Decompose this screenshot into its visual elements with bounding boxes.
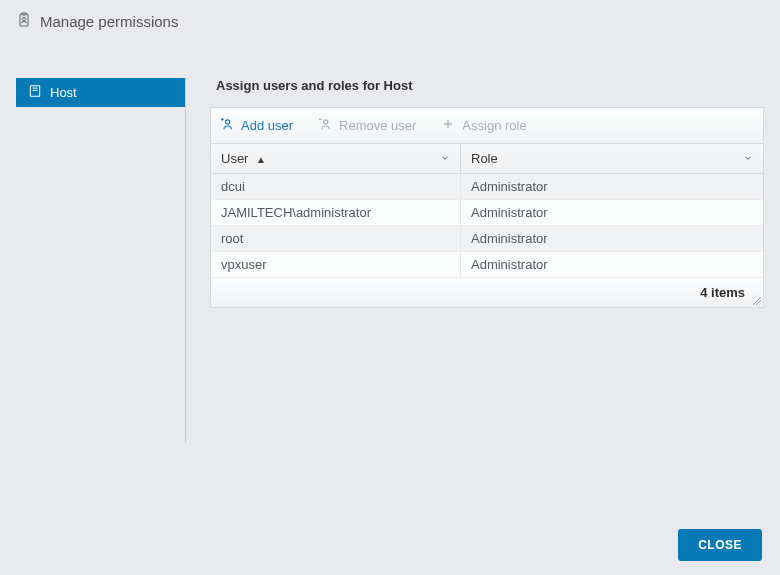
add-user-label: Add user [241, 118, 293, 133]
add-user-icon [219, 116, 235, 135]
cell-role: Administrator [461, 226, 763, 251]
permissions-grid: Add user Remove user [210, 107, 764, 308]
main-panel: Assign users and roles for Host Add [210, 78, 764, 515]
sort-asc-icon: ▲ [256, 154, 266, 165]
grid-toolbar: Add user Remove user [211, 108, 763, 144]
main-title: Assign users and roles for Host [210, 78, 764, 93]
column-role-label: Role [471, 151, 498, 166]
grid-footer: 4 items [211, 278, 763, 307]
sidebar: Host [16, 78, 186, 443]
assign-role-label: Assign role [462, 118, 526, 133]
column-user-label: User [221, 151, 248, 166]
cell-role: Administrator [461, 252, 763, 277]
svg-rect-3 [30, 86, 39, 97]
cell-user: JAMILTECH\administrator [211, 200, 461, 225]
cell-user: dcui [211, 174, 461, 199]
remove-user-button: Remove user [317, 116, 416, 135]
column-header-role[interactable]: Role [461, 144, 763, 173]
grid-body: dcui Administrator JAMILTECH\administrat… [211, 174, 763, 278]
manage-permissions-dialog: Manage permissions Host Assign users and… [0, 0, 780, 575]
table-row[interactable]: vpxuser Administrator [211, 252, 763, 278]
svg-point-6 [226, 120, 230, 124]
chevron-down-icon[interactable] [743, 151, 753, 166]
svg-point-2 [23, 17, 26, 20]
clipboard-user-icon [16, 12, 32, 31]
plus-icon [440, 116, 456, 135]
add-user-button[interactable]: Add user [219, 116, 293, 135]
assign-role-button: Assign role [440, 116, 526, 135]
svg-point-9 [324, 120, 328, 124]
dialog-body: Host Assign users and roles for Host [0, 43, 780, 515]
dialog-footer: CLOSE [0, 515, 780, 575]
table-row[interactable]: JAMILTECH\administrator Administrator [211, 200, 763, 226]
table-row[interactable]: root Administrator [211, 226, 763, 252]
column-header-user[interactable]: User ▲ [211, 144, 461, 173]
remove-user-label: Remove user [339, 118, 416, 133]
chevron-down-icon[interactable] [440, 151, 450, 166]
close-button[interactable]: CLOSE [678, 529, 762, 561]
remove-user-icon [317, 116, 333, 135]
host-icon [28, 84, 42, 101]
cell-role: Administrator [461, 200, 763, 225]
sidebar-item-host[interactable]: Host [16, 78, 185, 107]
cell-user: vpxuser [211, 252, 461, 277]
item-count: 4 items [700, 285, 745, 300]
cell-role: Administrator [461, 174, 763, 199]
table-row[interactable]: dcui Administrator [211, 174, 763, 200]
cell-user: root [211, 226, 461, 251]
grid-header: User ▲ Role [211, 144, 763, 174]
sidebar-item-label: Host [50, 85, 77, 100]
dialog-title: Manage permissions [40, 13, 178, 30]
dialog-header: Manage permissions [0, 0, 780, 43]
